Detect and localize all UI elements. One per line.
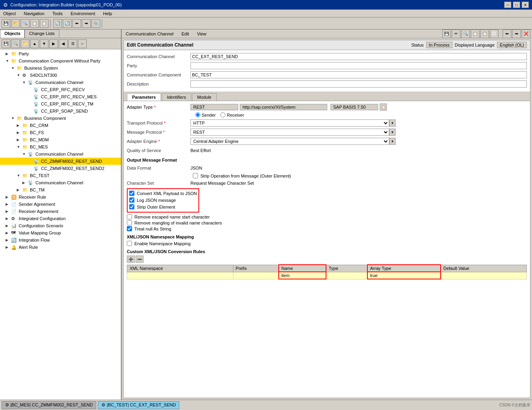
close-button[interactable]: ✕ [522, 2, 529, 8]
tab-objects[interactable]: Objects [0, 29, 25, 38]
comm-channel-input[interactable] [190, 53, 527, 60]
tree-item-business-system[interactable]: ▼ 📁 Business System [0, 64, 121, 72]
menu-help[interactable]: Help [101, 11, 114, 16]
receiver-option[interactable]: Receiver [220, 112, 244, 117]
tree-item-bc-mdm[interactable]: ▶ 📁 BC_MDM [0, 136, 121, 143]
tree-item-cc-erp-rfc-recv-mes[interactable]: 📡 CC_ERP_RFC_RECV_MES [0, 93, 121, 100]
cell-prefix[interactable] [233, 272, 278, 279]
tab-change-lists[interactable]: Change Lists [25, 29, 59, 38]
right-toolbar-btn-1[interactable]: 💾 [442, 29, 451, 38]
menu-view[interactable]: View [194, 31, 209, 37]
tree-item-sender-agreement[interactable]: ▶ 📄 Sender Agreement [0, 201, 121, 208]
cell-type[interactable] [326, 272, 367, 279]
right-toolbar-btn-2[interactable]: ✏ [452, 29, 460, 38]
maximize-button[interactable]: □ [513, 2, 520, 8]
tree-item-bc-tm[interactable]: ▶ 📁 BC_TM [0, 186, 121, 193]
tree-item-cc-erp-rfc-recv[interactable]: 📡 CC_ERP_RFC_RECV [0, 86, 121, 93]
left-toolbar-btn-6[interactable]: ▶ [49, 39, 58, 48]
status-tab-2[interactable]: ⚙ |BC_TEST| CC_EXT_REST_SEND [98, 401, 179, 409]
sender-option[interactable]: Sender [195, 112, 216, 117]
party-input[interactable] [190, 62, 527, 69]
log-json-checkbox[interactable] [129, 197, 134, 203]
toolbar-btn-2[interactable]: 📂 [11, 19, 20, 28]
toolbar-btn-3[interactable]: 🔍 [21, 19, 29, 28]
tab-identifiers[interactable]: Identifiers [162, 93, 191, 101]
menu-environment[interactable]: Environment [69, 11, 97, 16]
tree-item-bc-mes[interactable]: ▼ 📁 BC_MES [0, 143, 121, 150]
copy-adapter-button[interactable]: 📋 [380, 103, 387, 111]
adapter-engine-select[interactable]: Central Adapter Engine [190, 138, 389, 145]
tree-item-bc-fs[interactable]: ▶ 📁 BC_FS [0, 129, 121, 136]
left-toolbar-btn-4[interactable]: ▲ [30, 39, 39, 48]
tree-item-cc-zmmfm002-rest-send[interactable]: 📡 CC_ZMMFM002_REST_SEND [0, 158, 121, 165]
convert-xml-checkbox[interactable] [129, 191, 134, 196]
left-toolbar-btn-7[interactable]: ◀ [59, 39, 68, 48]
cell-name[interactable]: item [279, 272, 326, 279]
comm-component-input[interactable] [190, 71, 527, 78]
tree-item-integrated-config[interactable]: ▶ ⚙ Integrated Configuration [0, 215, 121, 222]
right-toolbar-btn-7[interactable]: ⬅ [503, 29, 511, 38]
left-toolbar-btn-1[interactable]: 💾 [2, 39, 10, 48]
right-toolbar-btn-6[interactable]: ⬜ [490, 29, 499, 38]
left-toolbar-btn-3[interactable]: 📁 [21, 39, 29, 48]
status-tab-1[interactable]: ⚙ |BC_MES| CC_ZMMFM002_REST_SEND [2, 401, 96, 409]
toolbar-btn-9[interactable]: ➡ [82, 19, 91, 28]
toolbar-btn-1[interactable]: 💾 [2, 19, 10, 28]
tree-item-party[interactable]: ▶ 📁 Party [0, 50, 121, 57]
menu-edit[interactable]: Edit [179, 31, 191, 37]
tree-item-business-component[interactable]: ▼ 📁 Business Component [0, 115, 121, 122]
toolbar-btn-7[interactable]: 🔄 [63, 19, 72, 28]
description-input[interactable] [190, 80, 527, 88]
tree-item-cc-without-party[interactable]: ▼ 📁 Communication Component Without Part… [0, 57, 121, 64]
right-toolbar-btn-5[interactable]: 📋 [480, 29, 489, 38]
menu-navigation[interactable]: Navigation [22, 11, 46, 16]
tree-item-comm-channel-s4[interactable]: ▼ 📡 Communication Channel [0, 79, 121, 86]
tree-item-receiver-agreement[interactable]: ▶ 📄 Receiver Agreement [0, 208, 121, 215]
tab-module[interactable]: Module [192, 93, 217, 101]
left-toolbar-btn-2[interactable]: 🔍 [11, 39, 20, 48]
enable-namespace-checkbox[interactable] [127, 241, 132, 246]
menu-communication-channel[interactable]: Communication Channel [123, 31, 176, 37]
cell-array-type[interactable]: true [367, 272, 441, 279]
table-add-button[interactable]: ➕ [127, 256, 135, 263]
sender-radio[interactable] [195, 112, 200, 117]
tree-item-bc-test[interactable]: ▼ 📁 BC_TEST [0, 172, 121, 179]
tree-item-s4dclnt300[interactable]: ▼ ⚙ S4DCLNT300 [0, 72, 121, 79]
toolbar-btn-8[interactable]: ⬅ [72, 19, 81, 28]
transport-protocol-dropdown-btn[interactable]: ▼ [389, 119, 396, 127]
toolbar-btn-4[interactable]: 📋 [30, 19, 39, 28]
message-protocol-dropdown-btn[interactable]: ▼ [389, 129, 396, 136]
tree-item-bc-crm[interactable]: ▶ 📁 BC_CRM [0, 122, 121, 129]
remove-escaped-checkbox[interactable] [127, 214, 132, 219]
message-protocol-select[interactable]: REST [190, 129, 389, 136]
right-toolbar-btn-9[interactable]: ❌ [522, 29, 530, 38]
cell-xml-namespace[interactable] [127, 272, 233, 279]
menu-tools[interactable]: Tools [51, 11, 64, 16]
transport-protocol-select[interactable]: HTTP [190, 119, 389, 127]
tree-item-cc-zmmfm002-rest-send2[interactable]: 📡 CC_ZMMFM002_REST_SEND2 [0, 165, 121, 172]
left-toolbar-btn-8[interactable]: ☰ [68, 39, 77, 48]
tree-item-receiver-rule[interactable]: ▶ 🔀 Receiver Rule [0, 193, 121, 201]
toolbar-btn-5[interactable]: 📋 [40, 19, 49, 28]
menu-object[interactable]: Object [2, 11, 17, 16]
cell-default-value[interactable] [441, 272, 527, 279]
receiver-radio[interactable] [220, 112, 225, 117]
tree-item-alert-rule[interactable]: ▶ 🔔 Alert Rule [0, 244, 121, 251]
left-toolbar-btn-5[interactable]: ▼ [40, 39, 49, 48]
right-toolbar-btn-4[interactable]: 📋 [471, 29, 480, 38]
right-toolbar-btn-8[interactable]: ➡ [512, 29, 521, 38]
tree-item-integration-flow[interactable]: ▶ 🔄 Integration Flow [0, 236, 121, 244]
tree-item-comm-channel-test[interactable]: ▶ 📡 Communication Channel [0, 179, 121, 186]
tree-item-config-scenario[interactable]: ▶ 📊 Configuration Scenario [0, 222, 121, 229]
adapter-engine-dropdown-btn[interactable]: ▼ [389, 138, 396, 145]
tree-item-value-mapping[interactable]: ▶ 🗺 Value Mapping Group [0, 229, 121, 236]
right-toolbar-btn-3[interactable]: 🔍 [461, 29, 470, 38]
table-delete-button[interactable]: ➖ [136, 256, 144, 263]
tab-parameters[interactable]: Parameters [127, 93, 161, 101]
strip-operation-checkbox[interactable] [193, 173, 198, 178]
treat-null-checkbox[interactable] [127, 226, 132, 231]
tree-item-cc-erp-soap-send[interactable]: 📡 CC_ERP_SOAP_SEND [0, 107, 121, 115]
remove-mangling-checkbox[interactable] [127, 220, 132, 225]
minimize-button[interactable]: ─ [504, 2, 511, 8]
strip-outer-checkbox[interactable] [129, 204, 134, 209]
